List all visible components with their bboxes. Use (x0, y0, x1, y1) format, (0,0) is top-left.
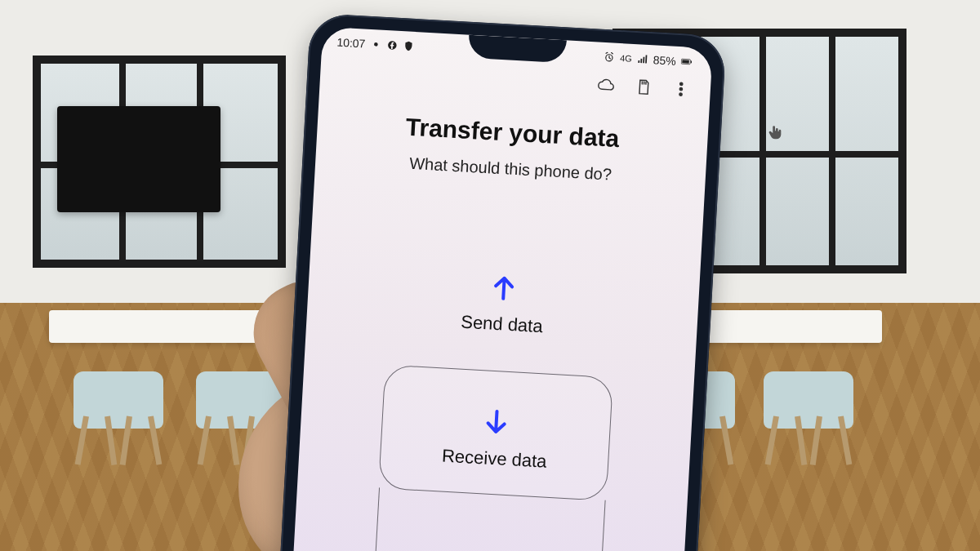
arrow-up-icon (487, 269, 521, 306)
pointer-hand-icon (766, 122, 784, 142)
send-data-option[interactable]: Send data (394, 246, 612, 355)
svg-point-7 (679, 87, 682, 90)
network-type: 4G (620, 53, 632, 64)
sd-card-icon (634, 78, 653, 100)
svg-point-8 (679, 93, 682, 96)
overflow-menu-button[interactable] (670, 81, 691, 101)
status-time: 10:07 (336, 36, 366, 51)
battery-percent: 85% (653, 53, 676, 68)
wall-tv (57, 106, 220, 212)
page-subtitle: What should this phone do? (315, 149, 706, 189)
storage-button[interactable] (633, 78, 653, 99)
shield-icon (403, 40, 415, 52)
phone-screen: 10:07 4G 85% (292, 27, 713, 551)
cloud-icon (596, 75, 615, 97)
chair (764, 327, 853, 465)
receive-data-label: Receive data (441, 446, 547, 473)
more-vertical-icon (671, 80, 690, 102)
svg-point-0 (374, 42, 378, 47)
chair (74, 327, 163, 465)
notification-dot-icon (370, 38, 382, 51)
svg-rect-4 (691, 60, 692, 63)
send-data-label: Send data (461, 312, 544, 338)
battery-icon (680, 56, 697, 68)
signal-icon (636, 53, 648, 65)
arrow-down-icon (479, 403, 514, 441)
transfer-options: Send data Receive data (297, 241, 701, 505)
page-title: Transfer your data (317, 108, 708, 158)
alarm-icon (604, 51, 616, 64)
cloud-button[interactable] (595, 76, 616, 96)
svg-rect-5 (682, 60, 689, 63)
facebook-icon (386, 39, 399, 51)
receive-data-option[interactable]: Receive data (378, 365, 613, 501)
svg-point-6 (680, 82, 683, 85)
phone: 10:07 4G 85% (278, 13, 726, 551)
